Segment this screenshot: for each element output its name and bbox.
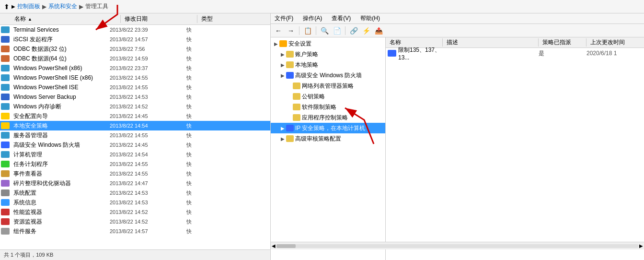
- toolbar-button[interactable]: ←: [273, 25, 284, 36]
- file-item[interactable]: iSCSI 发起程序 2013/8/22 14:57 快: [0, 35, 270, 44]
- file-icon: [1, 84, 10, 91]
- file-item[interactable]: 任务计划程序 2013/8/22 14:55 快: [0, 159, 270, 169]
- detail-col-assigned[interactable]: 策略已指派: [539, 38, 586, 47]
- file-type: 快: [186, 161, 270, 168]
- file-icon: [1, 132, 10, 139]
- tree-item[interactable]: ▶ 账户策略: [271, 49, 385, 59]
- tree-icon: [286, 135, 294, 142]
- file-date: 2013/8/22 14:53: [110, 94, 186, 100]
- tree-item[interactable]: ▶ 高级审核策略配置: [271, 133, 385, 144]
- menu-item[interactable]: 文件(F): [273, 13, 295, 24]
- file-item[interactable]: 服务器管理器 2013/8/22 14:55 快: [0, 130, 270, 140]
- column-header: 名称 ▲ 修改日期 类型: [0, 13, 270, 25]
- file-item[interactable]: Windows Server Backup 2013/8/22 14:53 快: [0, 92, 270, 102]
- detail-assigned: 是: [539, 49, 586, 58]
- file-item[interactable]: Terminal Services 2013/8/22 23:39 快: [0, 25, 270, 35]
- file-item[interactable]: 资源监视器 2013/8/22 14:52 快: [0, 217, 270, 226]
- col-date-header[interactable]: 修改日期: [121, 15, 197, 23]
- file-name: 本地安全策略: [12, 122, 110, 130]
- file-type: 快: [186, 228, 270, 235]
- tree-item[interactable]: 软件限制策略: [271, 102, 385, 112]
- breadcrumb-arrow: ▶: [12, 4, 15, 9]
- tree-label: 安全设置: [288, 40, 311, 48]
- menu-item[interactable]: 操作(A): [301, 13, 324, 24]
- tree-item[interactable]: ▶ 本地策略: [271, 59, 385, 70]
- status-bar: 共 1 个项目，109 KB: [0, 249, 270, 260]
- tree-item[interactable]: ▶ IP 安全策略，在本地计算机: [271, 123, 385, 133]
- file-date: 2013/8/22 14:57: [110, 36, 186, 42]
- file-date: 2013/8/22 14:55: [110, 75, 186, 81]
- file-item[interactable]: 系统配置 2013/8/22 14:53 快: [0, 188, 270, 198]
- file-item[interactable]: 组件服务 2013/8/22 14:57 快: [0, 226, 270, 236]
- breadcrumb-item-system[interactable]: 系统和安全: [48, 2, 77, 11]
- file-type: 快: [186, 36, 270, 43]
- scroll-right-btn[interactable]: ▶: [638, 243, 644, 248]
- file-type: 快: [186, 113, 270, 120]
- menu-item[interactable]: 帮助(H): [358, 13, 382, 24]
- table-row[interactable]: 限制135、137、13... 是 2020/6/18 1: [386, 48, 644, 59]
- file-item[interactable]: 事件查看器 2013/8/22 14:55 快: [0, 169, 270, 178]
- file-icon: [1, 218, 10, 225]
- file-item[interactable]: 高级安全 Windows 防火墙 2013/8/22 14:45 快: [0, 140, 270, 150]
- col-type-header[interactable]: 类型: [197, 15, 270, 23]
- col-name-label: 名称: [14, 15, 26, 23]
- detail-col-desc[interactable]: 描述: [443, 38, 539, 47]
- detail-modified: 2020/6/18 1: [586, 50, 644, 57]
- file-item[interactable]: Windows PowerShell ISE (x86) 2013/8/22 1…: [0, 73, 270, 83]
- file-date: 2013/8/22 23:39: [110, 27, 186, 33]
- hscrollbar[interactable]: ◀ ▶: [386, 242, 644, 249]
- toolbar-button[interactable]: ⚡: [360, 25, 372, 36]
- file-type: 快: [186, 199, 270, 206]
- file-name: Windows PowerShell ISE: [12, 84, 110, 91]
- breadcrumb-bar: ⬆ ▶ 控制面板 ▶ 系统和安全 ▶ 管理工具: [0, 0, 644, 13]
- detail-col-name[interactable]: 名称: [386, 38, 443, 47]
- file-icon: [1, 161, 10, 167]
- file-name: 计算机管理: [12, 151, 110, 159]
- tree-item[interactable]: 应用程序控制策略: [271, 112, 385, 123]
- nav-back-icon[interactable]: ⬆: [4, 3, 10, 11]
- col-name-header[interactable]: 名称 ▲: [11, 15, 121, 23]
- file-item[interactable]: Windows PowerShell ISE 2013/8/22 14:55 快: [0, 83, 270, 92]
- file-item[interactable]: ODBC 数据源(32 位) 2013/8/22 7:56 快: [0, 44, 270, 54]
- tree-item[interactable]: ▶ 安全设置: [271, 38, 385, 49]
- file-name: Terminal Services: [12, 26, 110, 33]
- file-date: 2013/8/22 14:55: [110, 84, 186, 90]
- toolbar-button[interactable]: →: [285, 25, 297, 36]
- toolbar-button[interactable]: 📋: [302, 25, 313, 36]
- mmc-panel: 文件(F)操作(A)查看(V)帮助(H) ←→📋🔍📄🔗⚡📤 ▶ 安全设置 ▶ 账…: [271, 13, 644, 260]
- file-item[interactable]: 本地安全策略 2013/8/22 14:54 快: [0, 121, 270, 130]
- file-icon: [1, 199, 10, 206]
- file-item[interactable]: 安全配置向导 2013/8/22 14:45 快: [0, 111, 270, 121]
- toolbar-separator: [345, 26, 345, 35]
- tree-item[interactable]: 网络列表管理器策略: [271, 81, 385, 91]
- toolbar-button[interactable]: 🔗: [348, 25, 359, 36]
- breadcrumb-item-controlpanel[interactable]: 控制面板: [17, 2, 40, 11]
- file-list: Terminal Services 2013/8/22 23:39 快 iSCS…: [0, 25, 270, 249]
- tree-item[interactable]: ▶ 高级安全 Windows 防火墙: [271, 70, 385, 81]
- file-item[interactable]: ODBC 数据源(64 位) 2013/8/22 14:59 快: [0, 54, 270, 63]
- file-item[interactable]: 系统信息 2013/8/22 14:53 快: [0, 198, 270, 207]
- file-icon: [1, 65, 10, 71]
- detail-col-modified[interactable]: 上次更改时间: [586, 38, 644, 47]
- file-type: 快: [186, 218, 270, 225]
- menu-item[interactable]: 查看(V): [330, 13, 353, 24]
- file-item[interactable]: Windows 内存诊断 2013/8/22 14:52 快: [0, 102, 270, 111]
- toolbar-button[interactable]: 📤: [373, 25, 384, 36]
- tree-panel: ▶ 安全设置 ▶ 账户策略 ▶ 本地策略 ▶ 高级安全 Windows 防火墙 …: [271, 37, 386, 260]
- tree-label: 公钥策略: [302, 93, 325, 101]
- file-name: ODBC 数据源(64 位): [12, 55, 110, 63]
- tree-expand: ▶: [279, 73, 286, 78]
- toolbar-button[interactable]: 🔍: [319, 25, 330, 36]
- tree-item[interactable]: 公钥策略: [271, 91, 385, 102]
- file-item[interactable]: 碎片整理和优化驱动器 2013/8/22 14:47 快: [0, 178, 270, 188]
- file-name: 高级安全 Windows 防火墙: [12, 141, 110, 149]
- tree-icon: [286, 72, 294, 79]
- file-item[interactable]: Windows PowerShell (x86) 2013/8/22 23:37…: [0, 63, 270, 73]
- mmc-toolbar: ←→📋🔍📄🔗⚡📤: [271, 24, 644, 37]
- toolbar-button[interactable]: 📄: [331, 25, 343, 36]
- file-item[interactable]: 性能监视器 2013/8/22 14:52 快: [0, 207, 270, 217]
- file-name: iSCSI 发起程序: [12, 35, 110, 44]
- tree-expand: ▶: [279, 126, 286, 131]
- file-type: 快: [186, 142, 270, 149]
- file-item[interactable]: 计算机管理 2013/8/22 14:54 快: [0, 150, 270, 159]
